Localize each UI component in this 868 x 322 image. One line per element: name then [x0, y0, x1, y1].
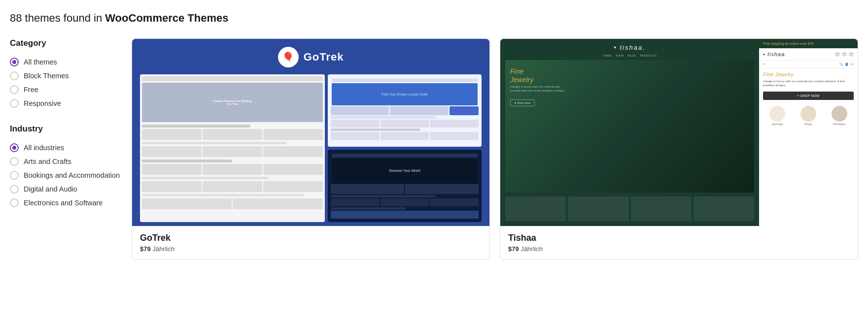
gotrek-screenshots: Unique Houses Are WaitingFor You — [140, 74, 482, 222]
tishaa-products-row — [505, 196, 754, 221]
filter-bookings[interactable]: Bookings and Accommodation — [10, 168, 120, 182]
mock-nav — [142, 76, 323, 81]
tishaa-earrings: Earrings — [763, 106, 792, 126]
industry-filter-list: All industries Arts and Crafts Bookings … — [10, 141, 120, 210]
gotrek-price: $79 Jährlich — [140, 245, 482, 253]
tishaa-product-3 — [631, 196, 692, 221]
gotrek-preview: 🎈 GoTrek Unique Houses Are WaitingFor Yo… — [132, 39, 489, 226]
tishaa-right-panel: Free shipping all orders over $79 • tish… — [759, 39, 858, 226]
industry-section: Industry All industries Arts and Crafts … — [10, 124, 120, 210]
category-section-title: Category — [10, 38, 120, 48]
radio-electronics — [10, 198, 19, 207]
user-icon-small — [842, 52, 847, 57]
radio-free — [10, 85, 19, 94]
category-filter-list: All themes Block Themes Free Responsive — [10, 55, 120, 110]
tishaa-right-icons — [835, 52, 854, 57]
pendants-image — [832, 106, 847, 122]
tishaa-logo: • tishaa. — [614, 44, 645, 51]
tishaa-shipping-bar: Free shipping all orders over $79 — [759, 39, 858, 48]
gotrek-name: GoTrek — [140, 233, 482, 243]
radio-all-themes — [10, 58, 19, 66]
tishaa-right-content: Fine Jewelry Indulge in luxury with our … — [759, 68, 858, 226]
search-icon-small — [835, 52, 840, 57]
gotrek-logo-area: 🎈 GoTrek — [278, 47, 344, 67]
tishaa-name: Tishaa — [508, 233, 850, 243]
filter-responsive[interactable]: Responsive — [10, 97, 120, 110]
tishaa-right-logo: • tishaa. — [763, 51, 787, 57]
tishaa-product-1 — [505, 196, 566, 221]
radio-all-industries — [10, 143, 19, 152]
tishaa-right-header: • tishaa. — [759, 48, 858, 61]
tishaa-shipping-text: Free shipping all orders over $79 — [763, 42, 813, 45]
mock-hero: Unique Houses Are WaitingFor You — [142, 83, 323, 122]
tishaa-pendants: Pendants — [825, 106, 854, 126]
tishaa-preview: • tishaa. HOME SHOP BLOG PRODUCTS FineJe… — [500, 39, 858, 226]
theme-card-tishaa[interactable]: • tishaa. HOME SHOP BLOG PRODUCTS FineJe… — [500, 38, 858, 260]
tishaa-product-4 — [694, 196, 754, 221]
tishaa-jewelry-row: Earrings Rings Pendants — [763, 106, 854, 126]
tishaa-header: • tishaa. — [505, 44, 754, 51]
rings-image — [800, 106, 816, 122]
gotrek-info: GoTrek $79 Jährlich — [132, 226, 489, 259]
gotrek-screenshot-hotel: Find Your Dream Luxury Hotel — [328, 74, 482, 147]
tishaa-right-fine-jewelry: Fine Jewelry — [763, 71, 854, 77]
filter-free[interactable]: Free — [10, 83, 120, 97]
radio-block-themes — [10, 71, 19, 80]
cart-icon-small — [849, 52, 854, 57]
tishaa-product-2 — [568, 196, 628, 221]
gotrek-screenshot-travel: Discover Your World — [328, 150, 482, 222]
tishaa-sub-text: Indulge in luxury with our meticulously … — [510, 85, 569, 93]
earrings-image — [769, 106, 785, 122]
category-section: Category All themes Block Themes Free — [10, 38, 120, 110]
gotrek-screenshot-main: Unique Houses Are WaitingFor You — [140, 74, 325, 222]
theme-card-gotrek[interactable]: 🎈 GoTrek Unique Houses Are WaitingFor Yo… — [132, 38, 490, 260]
tishaa-nav: HOME SHOP BLOG PRODUCTS — [505, 54, 754, 57]
radio-responsive — [10, 99, 19, 108]
gotrek-screenshot-stack: Find Your Dream Luxury Hotel — [328, 74, 482, 222]
tishaa-hero: FineJewelry Indulge in luxury with our m… — [505, 60, 754, 193]
gotrek-logo-icon: 🎈 — [278, 47, 299, 67]
tishaa-rings: Rings — [794, 106, 823, 126]
radio-bookings — [10, 171, 19, 180]
tishaa-fine-jewelry-text: FineJewelry — [510, 67, 533, 84]
tishaa-right-nav: ≡ 🔍 👤 🛒 — [759, 61, 858, 68]
radio-arts-crafts — [10, 157, 19, 166]
filter-all-industries[interactable]: All industries — [10, 141, 120, 155]
tishaa-model-bg: FineJewelry Indulge in luxury with our m… — [505, 60, 754, 193]
filter-electronics[interactable]: Electronics and Software — [10, 196, 120, 210]
filter-digital-audio[interactable]: Digital and Audio — [10, 182, 120, 196]
filter-block-themes[interactable]: Block Themes — [10, 69, 120, 83]
sidebar: Category All themes Block Themes Free — [10, 38, 120, 260]
industry-section-title: Industry — [10, 124, 120, 134]
tishaa-shop-btn: ♦ Shop Now — [510, 99, 535, 106]
tishaa-right-desc: Indulge in luxury with our meticulously … — [763, 79, 854, 88]
tishaa-left-panel: • tishaa. HOME SHOP BLOG PRODUCTS FineJe… — [500, 39, 759, 226]
themes-grid: 🎈 GoTrek Unique Houses Are WaitingFor Yo… — [132, 38, 858, 260]
filter-all-themes[interactable]: All themes — [10, 55, 120, 69]
gotrek-logo-text: GoTrek — [304, 51, 344, 64]
tishaa-shop-now-btn: + SHOP NOW — [763, 92, 854, 100]
page-title: 88 themes found in WooCommerce Themes — [10, 12, 858, 25]
tishaa-price: $79 Jährlich — [508, 245, 850, 253]
radio-digital-audio — [10, 185, 19, 193]
filter-arts-crafts[interactable]: Arts and Crafts — [10, 155, 120, 168]
tishaa-info: Tishaa $79 Jährlich — [500, 226, 858, 259]
